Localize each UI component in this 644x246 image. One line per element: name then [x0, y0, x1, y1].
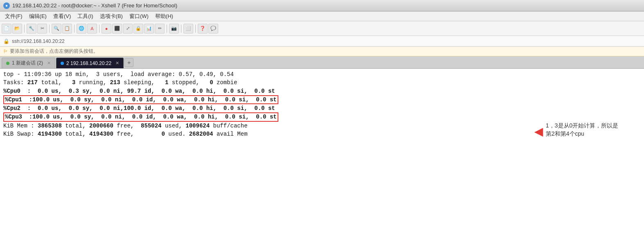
toolbar-sep5 [167, 25, 167, 33]
info-arrow-icon: 🏳 [3, 49, 8, 54]
terminal-cpu2: %Cpu2 : 0.0 us, 0.0 sy, 0.0 ni,100.0 id,… [3, 104, 641, 112]
terminal-cpu3: %Cpu3 :100.0 us, 0.0 sy, 0.0 ni, 0.0 id,… [3, 112, 641, 121]
lock-icon: 🔒 [3, 38, 9, 44]
terminal-wrapper: top - 11:09:36 up 18 min, 3 users, load … [0, 69, 644, 246]
toolbar-btn2[interactable]: 🔧 [27, 24, 36, 34]
toolbar-btn7[interactable]: A [87, 24, 97, 34]
info-text: 要添加当前会话，点击左侧的箭头按钮。 [10, 48, 98, 55]
toolbar-sep7 [195, 25, 196, 33]
toolbar-btn8[interactable]: ● [102, 24, 111, 34]
info-bar: 🏳 要添加当前会话，点击左侧的箭头按钮。 [0, 47, 644, 56]
address-text: ssh://192.168.140.20:22 [12, 38, 65, 44]
terminal-cpu1: %Cpu1 :100.0 us, 0.0 sy, 0.0 ni, 0.0 id,… [3, 95, 641, 104]
annotation-text: 1，3是从0开始计算，所以是第2和第4个cpu [546, 122, 619, 138]
toolbar-open[interactable]: 📂 [12, 24, 22, 34]
toolbar-help[interactable]: ❓ [198, 24, 208, 34]
toolbar-sep2 [49, 25, 50, 33]
toolbar-new[interactable]: 📄 [2, 24, 11, 34]
menu-window[interactable]: 窗口(W) [126, 12, 152, 21]
toolbar-btn3[interactable]: ✂ [37, 24, 47, 34]
toolbar-sep4 [99, 25, 99, 33]
terminal-cpu0: %Cpu0 : 0.0 us, 0.3 sy, 0.0 ni, 99.7 id,… [3, 87, 641, 95]
toolbar-btn10[interactable]: ⤢ [123, 24, 133, 34]
toolbar-btn6[interactable]: 🌐 [77, 24, 86, 34]
terminal-blank [3, 138, 641, 146]
address-bar: 🔒 ssh://192.168.140.20:22 [0, 36, 644, 47]
toolbar-chat[interactable]: 💬 [208, 24, 218, 34]
menu-tools[interactable]: 工具(I) [74, 12, 96, 21]
toolbar-btn12[interactable]: 📊 [144, 24, 154, 34]
toolbar-btn4[interactable]: 🔍 [52, 24, 61, 34]
app-icon: ● [3, 2, 10, 9]
tab-session-1[interactable]: 1 新建会话 (2) ✕ [2, 58, 55, 68]
menu-edit[interactable]: 编辑(E) [26, 12, 50, 21]
toolbar-btn15[interactable]: ⬜ [183, 24, 193, 34]
annotation-arrow: ◀ [534, 126, 543, 137]
toolbar-btn11[interactable]: 🔒 [133, 24, 143, 34]
toolbar-sep1 [24, 25, 25, 33]
annotation: ◀ 1，3是从0开始计算，所以是第2和第4个cpu [534, 122, 619, 138]
tab-label-2: 2 192.168.140.20:22 [66, 60, 111, 66]
tab-session-2[interactable]: 2 192.168.140.20:22 ✕ [56, 58, 124, 68]
tab-label-1: 1 新建会话 (2) [12, 60, 43, 67]
title-bar: ● 192.168.140.20:22 - root@docker:~ - Xs… [0, 0, 644, 11]
toolbar-btn9[interactable]: ⬛ [112, 24, 122, 34]
tab-dot-green [6, 62, 9, 65]
menu-tabs[interactable]: 选项卡(B) [97, 12, 126, 21]
tab-close-2[interactable]: ✕ [115, 60, 119, 66]
menu-view[interactable]: 查看(V) [50, 12, 74, 21]
toolbar-sep3 [74, 25, 75, 33]
terminal-line-tasks: Tasks: 217 total, 3 running, 213 sleepin… [3, 78, 641, 87]
window-title: 192.168.140.20:22 - root@docker:~ - Xshe… [12, 2, 177, 9]
tab-close-1[interactable]: ✕ [47, 60, 51, 66]
tab-dot-blue [61, 62, 64, 65]
toolbar-btn14[interactable]: 📷 [169, 24, 179, 34]
terminal-line-top: top - 11:09:36 up 18 min, 3 users, load … [3, 70, 641, 78]
menu-bar: 文件(F) 编辑(E) 查看(V) 工具(I) 选项卡(B) 窗口(W) 帮助(… [0, 11, 644, 21]
toolbar-btn13[interactable]: ✏ [155, 24, 165, 34]
menu-help[interactable]: 帮助(H) [152, 12, 176, 21]
tab-add-button[interactable]: + [124, 58, 133, 67]
tab-bar: 1 新建会话 (2) ✕ 2 192.168.140.20:22 ✕ + [0, 56, 644, 69]
toolbar: 📄 📂 🔧 ✂ 🔍 📋 🌐 A ● ⬛ ⤢ 🔒 📊 ✏ 📷 ⬜ ❓ 💬 [0, 21, 644, 36]
toolbar-sep6 [181, 25, 181, 33]
toolbar-btn5[interactable]: 📋 [62, 24, 72, 34]
menu-file[interactable]: 文件(F) [2, 12, 26, 21]
terminal[interactable]: top - 11:09:36 up 18 min, 3 users, load … [0, 69, 644, 246]
